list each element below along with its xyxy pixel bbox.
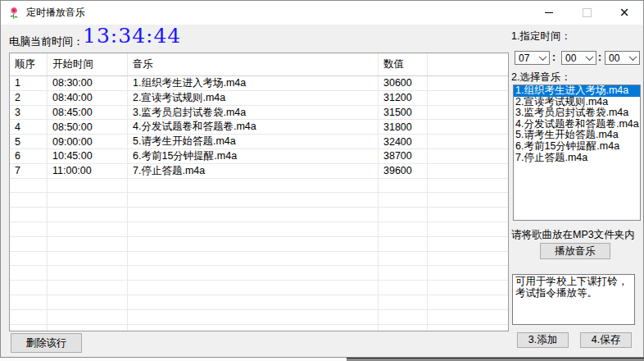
table-cell <box>379 310 428 324</box>
table-row[interactable]: 610:45:006.考前15分钟提醒.m4a38700 <box>10 149 508 164</box>
delete-row-button[interactable]: 删除该行 <box>11 333 82 353</box>
table-cell <box>379 252 428 266</box>
music-list-item[interactable]: 4.分发试题卷和答题卷.m4a <box>514 119 640 130</box>
time-separator: : <box>598 52 601 63</box>
table-cell <box>48 237 128 251</box>
minimize-button[interactable] <box>530 1 568 25</box>
table-cell[interactable]: 6 <box>10 149 48 163</box>
table-cell <box>10 252 48 266</box>
table-cell <box>428 135 508 149</box>
add-button[interactable]: 3.添加 <box>517 332 569 348</box>
table-cell[interactable]: 3.监考员启封试卷袋.m4a <box>128 106 379 120</box>
header-music[interactable]: 音乐 <box>128 53 379 75</box>
table-cell <box>10 325 48 331</box>
usage-note-textbox[interactable]: 可用于学校上下课打铃，考试指令播放等。 <box>512 274 635 325</box>
music-listbox[interactable]: 1.组织考生进入考场.m4a2.宣读考试规则.m4a3.监考员启封试卷袋.m4a… <box>513 85 641 221</box>
table-cell <box>428 252 508 266</box>
save-button[interactable]: 4.保存 <box>580 332 632 348</box>
table-cell[interactable]: 38700 <box>379 149 428 163</box>
table-cell <box>379 281 428 295</box>
table-cell <box>10 281 48 295</box>
table-row[interactable]: 308:45:003.监考员启封试卷袋.m4a31500 <box>10 106 508 121</box>
table-cell[interactable]: 7 <box>10 164 48 178</box>
music-list-item[interactable]: 5.请考生开始答题.m4a <box>514 130 640 141</box>
hour-value: 07 <box>519 53 529 64</box>
table-row[interactable]: 711:00:007.停止答题.m4a39600 <box>10 164 508 179</box>
table-cell <box>10 237 48 251</box>
header-value[interactable]: 数值 <box>379 53 428 75</box>
second-select[interactable]: 00 <box>605 51 640 65</box>
table-cell[interactable]: 5 <box>10 135 48 149</box>
maximize-button <box>568 1 605 25</box>
table-cell[interactable]: 10:45:00 <box>48 149 128 163</box>
table-row-empty <box>10 281 508 295</box>
current-time-label: 电脑当前时间： <box>9 34 84 49</box>
table-cell <box>128 222 379 236</box>
close-button[interactable]: × <box>605 1 643 25</box>
table-cell <box>10 295 48 309</box>
table-cell[interactable]: 39600 <box>379 164 428 178</box>
table-cell[interactable]: 08:40:00 <box>48 91 128 105</box>
table-cell <box>428 91 508 105</box>
table-cell[interactable]: 1.组织考生进入考场.m4a <box>128 76 379 90</box>
minute-select[interactable]: 00 <box>561 51 596 65</box>
table-cell <box>379 295 428 309</box>
table-row[interactable]: 509:00:005.请考生开始答题.m4a32400 <box>10 135 508 149</box>
table-cell[interactable]: 08:50:00 <box>48 120 128 134</box>
maximize-icon <box>583 8 592 17</box>
table-cell <box>428 237 508 251</box>
table-cell[interactable]: 31200 <box>379 91 428 105</box>
table-row[interactable]: 108:30:001.组织考生进入考场.m4a30600 <box>10 76 508 91</box>
minute-value: 00 <box>565 53 576 64</box>
table-cell[interactable]: 31500 <box>379 106 428 120</box>
music-list-item[interactable]: 7.停止答题.m4a <box>514 153 640 164</box>
header-order[interactable]: 顺序 <box>10 53 48 75</box>
table-row[interactable]: 208:40:002.宣读考试规则.m4a31200 <box>10 91 508 106</box>
table-row-empty <box>10 252 508 267</box>
table-row-empty <box>10 208 508 222</box>
table-cell <box>128 237 379 251</box>
table-cell <box>428 266 508 280</box>
table-cell[interactable]: 4.分发试题卷和答题卷.m4a <box>128 120 379 134</box>
rose-icon[interactable] <box>7 7 20 20</box>
table-cell[interactable]: 08:45:00 <box>48 106 128 120</box>
table-row-empty <box>10 193 508 208</box>
table-cell[interactable]: 31800 <box>379 120 428 134</box>
table-cell[interactable]: 7.停止答题.m4a <box>128 164 379 178</box>
table-cell[interactable]: 4 <box>10 120 48 134</box>
table-cell[interactable]: 3 <box>10 106 48 120</box>
music-list-item[interactable]: 1.组织考生进入考场.m4a <box>514 85 640 97</box>
header-start-time[interactable]: 开始时间 <box>48 53 128 75</box>
table-row[interactable]: 408:50:004.分发试题卷和答题卷.m4a31800 <box>10 120 508 135</box>
table-cell[interactable]: 09:00:00 <box>48 135 128 149</box>
table-cell <box>428 149 508 163</box>
table-row-empty <box>10 310 508 325</box>
table-cell <box>48 252 128 266</box>
table-cell <box>379 266 428 280</box>
table-cell[interactable]: 2 <box>10 91 48 105</box>
music-list-item[interactable]: 3.监考员启封试卷袋.m4a <box>514 107 640 119</box>
table-row-empty <box>10 325 508 331</box>
music-list-item[interactable]: 2.宣读考试规则.m4a <box>514 97 640 108</box>
titlebar[interactable]: 定时播放音乐 × <box>1 1 643 25</box>
table-cell[interactable]: 30600 <box>379 76 428 90</box>
table-cell <box>128 179 379 193</box>
table-cell <box>428 193 508 207</box>
table-row-empty <box>10 222 508 237</box>
table-cell <box>48 281 128 295</box>
window-title: 定时播放音乐 <box>26 6 85 20</box>
play-music-button[interactable]: 播放音乐 <box>540 243 610 259</box>
table-cell[interactable]: 32400 <box>379 135 428 149</box>
current-time-value: 13:34:44 <box>83 24 181 48</box>
table-cell[interactable]: 6.考前15分钟提醒.m4a <box>128 149 379 163</box>
table-cell[interactable]: 2.宣读考试规则.m4a <box>128 91 379 105</box>
table-cell[interactable]: 08:30:00 <box>48 76 128 90</box>
hour-select[interactable]: 07 <box>515 51 550 65</box>
table-cell[interactable]: 1 <box>10 76 48 90</box>
table-cell <box>128 310 379 324</box>
desktop-edge <box>0 358 644 361</box>
table-header-row: 顺序 开始时间 音乐 数值 <box>10 53 508 76</box>
table-cell[interactable]: 11:00:00 <box>48 164 128 178</box>
music-list-item[interactable]: 6.考前15分钟提醒.m4a <box>514 141 640 153</box>
table-cell[interactable]: 5.请考生开始答题.m4a <box>128 135 379 149</box>
